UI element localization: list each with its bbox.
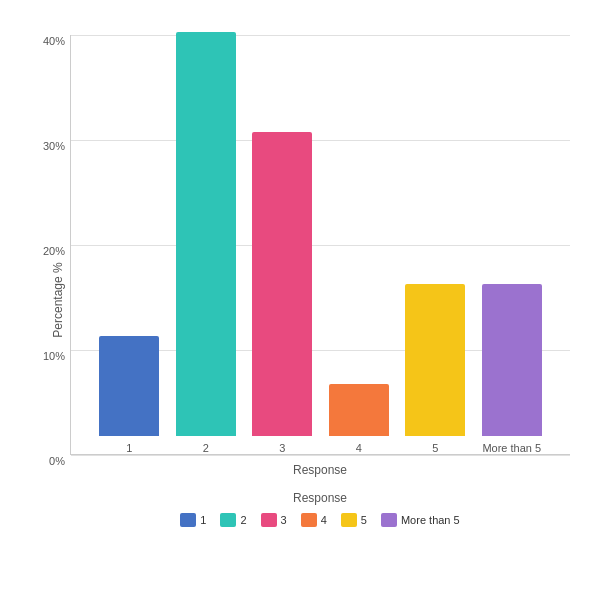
y-tick-label: 0% [49, 455, 65, 467]
bar [99, 336, 159, 436]
y-tick-label: 10% [43, 350, 65, 362]
x-tick-label: 1 [126, 442, 132, 454]
bar-wrapper: 4 [321, 384, 398, 455]
legend-item: More than 5 [381, 513, 460, 527]
x-tick-label: 4 [356, 442, 362, 454]
y-tick-label: 30% [43, 140, 65, 152]
bar-wrapper: 5 [397, 284, 474, 454]
chart-area: 40%30%20%10%0% 12345More than 5 [70, 35, 570, 455]
y-tick-label: 20% [43, 245, 65, 257]
legend-item: 3 [261, 513, 287, 527]
bar [405, 284, 465, 436]
legend-swatch [220, 513, 236, 527]
bar [176, 32, 236, 436]
bar-wrapper: More than 5 [474, 284, 551, 454]
legend-swatch [261, 513, 277, 527]
bar [329, 384, 389, 437]
legend-swatch [180, 513, 196, 527]
legend-swatch [381, 513, 397, 527]
legend-title: Response [70, 491, 570, 505]
legend-swatch [301, 513, 317, 527]
bar-wrapper: 2 [168, 32, 245, 454]
legend-label: 5 [361, 514, 367, 526]
legend-item: 2 [220, 513, 246, 527]
y-axis-title: Percentage % [51, 262, 65, 337]
bar-wrapper: 1 [91, 336, 168, 454]
legend-item: 1 [180, 513, 206, 527]
y-tick-label: 40% [43, 35, 65, 47]
legend-label: 3 [281, 514, 287, 526]
legend-swatch [341, 513, 357, 527]
bars-group: 12345More than 5 [71, 35, 570, 454]
x-tick-label: 2 [203, 442, 209, 454]
legend-item: 5 [341, 513, 367, 527]
bar [252, 132, 312, 437]
x-tick-label: 3 [279, 442, 285, 454]
x-tick-label: 5 [432, 442, 438, 454]
legend-label: 1 [200, 514, 206, 526]
x-axis-title: Response [70, 463, 570, 477]
legend-label: More than 5 [401, 514, 460, 526]
legend: Response 12345More than 5 [70, 491, 570, 527]
legend-label: 4 [321, 514, 327, 526]
x-tick-label: More than 5 [482, 442, 541, 454]
bar [482, 284, 542, 436]
grid-line [71, 455, 570, 456]
legend-label: 2 [240, 514, 246, 526]
bar-wrapper: 3 [244, 132, 321, 455]
chart-container: Percentage % 40%30%20%10%0% 12345More th… [10, 15, 590, 585]
legend-item: 4 [301, 513, 327, 527]
